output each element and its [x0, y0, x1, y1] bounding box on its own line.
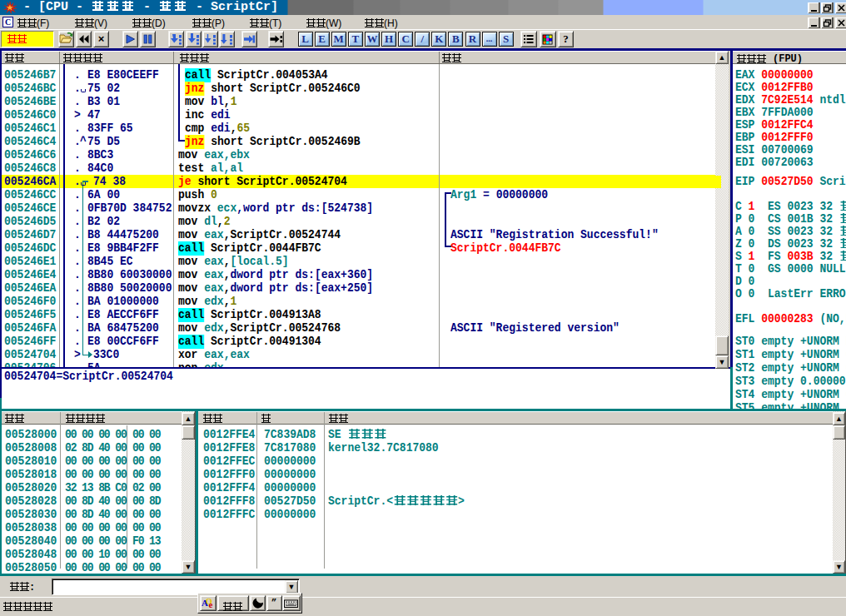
- svg-text:e: e: [209, 599, 213, 609]
